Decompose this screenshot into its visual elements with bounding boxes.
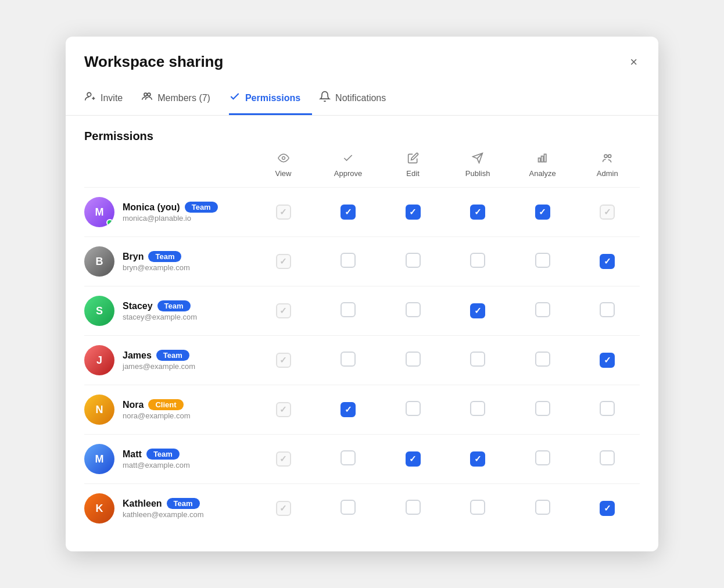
avatar: M — [84, 197, 114, 227]
tab-label: Notifications — [335, 93, 386, 103]
checkbox-admin[interactable] — [600, 353, 615, 368]
checkbox-approve[interactable] — [341, 450, 356, 465]
perm-approve-cell — [316, 385, 381, 435]
close-button[interactable]: × — [628, 53, 640, 71]
user-email: bryn@example.com — [123, 263, 190, 272]
checkbox-publish[interactable] — [470, 500, 485, 515]
perm-approve-cell — [316, 435, 381, 484]
tab-label: Permissions — [245, 93, 300, 103]
permissions-title: Permissions — [84, 130, 640, 143]
modal-body: Permissions ViewApproveEditPublishAnalyz… — [66, 116, 658, 551]
perm-publish-cell — [445, 435, 510, 484]
checkbox-edit[interactable] — [406, 302, 421, 317]
checkbox-approve[interactable] — [341, 402, 356, 417]
approve-col-icon — [316, 152, 381, 167]
perm-edit-cell — [381, 484, 446, 533]
checkbox-analyze[interactable] — [535, 352, 550, 367]
checkbox-publish[interactable] — [470, 205, 485, 220]
perm-admin-cell — [575, 484, 640, 533]
user-info: J James Team james@example.com — [84, 336, 251, 385]
user-email: kathleen@example.com — [123, 510, 204, 519]
perm-approve-cell — [316, 188, 381, 237]
checkbox-admin[interactable] — [600, 450, 615, 465]
tab-permissions[interactable]: Permissions — [229, 85, 312, 115]
checkbox-admin[interactable] — [600, 401, 615, 416]
checkbox-analyze[interactable] — [535, 500, 550, 515]
perm-edit-cell — [381, 385, 446, 435]
user-email: james@example.com — [123, 362, 195, 371]
avatar: M — [84, 444, 114, 474]
notifications-icon — [319, 91, 331, 105]
checkbox-analyze[interactable] — [535, 302, 550, 317]
checkbox-approve[interactable] — [341, 500, 356, 515]
checkbox-publish[interactable] — [470, 303, 485, 318]
perm-approve-cell — [316, 286, 381, 336]
checkbox-admin — [600, 205, 615, 220]
checkbox-approve[interactable] — [341, 253, 356, 268]
checkbox-admin[interactable] — [600, 254, 615, 269]
checkbox-publish[interactable] — [470, 401, 485, 416]
checkbox-publish[interactable] — [470, 352, 485, 367]
checkbox-edit[interactable] — [406, 205, 421, 220]
user-cell: N Nora Client nora@example.com — [84, 385, 251, 435]
perm-view-cell — [251, 237, 316, 286]
perm-approve-cell — [316, 336, 381, 385]
checkbox-approve[interactable] — [341, 352, 356, 367]
checkbox-view — [276, 501, 291, 516]
workspace-sharing-modal: Workspace sharing × Invite Members (7) P… — [66, 37, 658, 551]
perm-analyze-cell — [510, 435, 575, 484]
checkbox-analyze[interactable] — [535, 253, 550, 268]
user-details: Monica (you) Team monica@planable.io — [123, 202, 218, 223]
tab-notifications[interactable]: Notifications — [319, 85, 397, 115]
checkbox-view — [276, 254, 291, 269]
avatar: J — [84, 345, 114, 375]
perm-view-cell — [251, 188, 316, 237]
checkbox-edit[interactable] — [406, 352, 421, 367]
perm-edit-cell — [381, 286, 446, 336]
perm-view-cell — [251, 385, 316, 435]
table-row: B Bryn Team bryn@example.com — [84, 237, 640, 286]
perm-publish-cell — [445, 484, 510, 533]
checkbox-admin[interactable] — [600, 501, 615, 516]
table-row: M Monica (you) Team monica@planable.io — [84, 188, 640, 237]
checkbox-analyze[interactable] — [535, 205, 550, 220]
user-details: Matt Team matt@example.com — [123, 449, 190, 469]
checkbox-approve[interactable] — [341, 205, 356, 220]
checkbox-edit[interactable] — [406, 451, 421, 467]
svg-rect-8 — [544, 154, 546, 162]
user-name: Nora — [123, 400, 144, 410]
user-info: S Stacey Team stacey@example.com — [84, 286, 251, 335]
tab-invite[interactable]: Invite — [84, 85, 134, 115]
checkbox-approve[interactable] — [341, 302, 356, 317]
svg-point-3 — [282, 157, 285, 160]
checkbox-view — [276, 451, 291, 467]
avatar: N — [84, 395, 114, 425]
svg-rect-7 — [541, 156, 543, 162]
checkbox-admin[interactable] — [600, 302, 615, 317]
perm-analyze-cell — [510, 188, 575, 237]
checkbox-analyze[interactable] — [535, 401, 550, 416]
view-col-icon — [251, 152, 316, 167]
table-row: M Matt Team matt@example.com — [84, 435, 640, 484]
checkbox-publish[interactable] — [470, 451, 485, 467]
modal-title: Workspace sharing — [84, 53, 223, 71]
checkbox-edit[interactable] — [406, 500, 421, 515]
user-cell: M Monica (you) Team monica@planable.io — [84, 188, 251, 237]
members-icon — [141, 91, 153, 105]
user-tag: Team — [146, 449, 180, 460]
user-cell: M Matt Team matt@example.com — [84, 435, 251, 484]
checkbox-view — [276, 205, 291, 220]
user-info: K Kathleen Team kathleen@example.com — [84, 484, 251, 533]
perm-admin-cell — [575, 435, 640, 484]
perm-admin-cell — [575, 286, 640, 336]
perm-view-cell — [251, 336, 316, 385]
checkbox-edit[interactable] — [406, 253, 421, 268]
checkbox-publish[interactable] — [470, 253, 485, 268]
tab-members[interactable]: Members (7) — [141, 85, 222, 115]
user-cell: B Bryn Team bryn@example.com — [84, 237, 251, 286]
tab-label: Members (7) — [157, 93, 210, 103]
checkbox-edit[interactable] — [406, 401, 421, 416]
perm-admin-cell — [575, 385, 640, 435]
checkbox-analyze[interactable] — [535, 450, 550, 465]
user-name-row: Monica (you) Team — [123, 202, 218, 213]
